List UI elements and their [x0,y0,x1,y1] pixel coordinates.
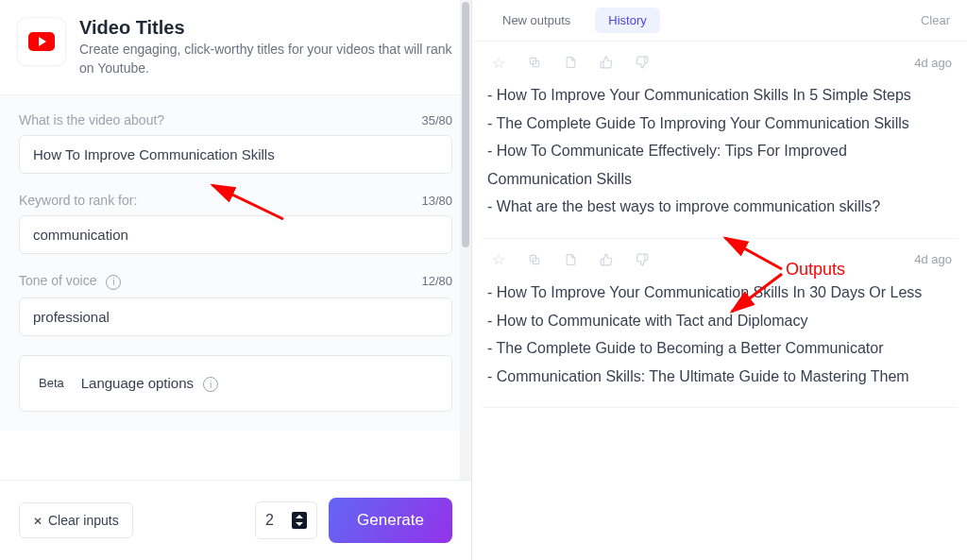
tone-label: Tone of voice i [19,273,121,290]
keyword-counter: 13/80 [421,194,452,208]
output-timestamp: 4d ago [914,56,952,70]
output-tabs: New outputs History Clear [472,0,967,42]
template-header: Video Titles Create engaging, click-wort… [0,0,471,95]
scrollbar[interactable] [460,0,471,480]
tone-counter: 12/80 [421,274,452,288]
clear-inputs-button[interactable]: Clear inputs [19,502,133,538]
results-list: ☆ 4d ago - How To Improve Your Communica… [472,42,967,417]
about-label: What is the video about? [19,112,164,127]
about-counter: 35/80 [421,113,452,127]
clear-outputs-button[interactable]: Clear [921,13,950,27]
page-subtitle: Create engaging, click-worthy titles for… [79,41,452,77]
right-panel: New outputs History Clear ☆ 4d ago [472,0,967,560]
close-icon [33,513,42,528]
about-input[interactable] [19,135,452,174]
output-card: ☆ 4d ago - How To Improve Your Communica… [482,239,958,408]
keyword-input[interactable] [19,215,452,254]
count-value: 2 [265,512,277,529]
form-scroll: Video Titles Create engaging, click-wort… [0,0,471,480]
language-options[interactable]: Beta Language options i [19,355,452,413]
tab-history[interactable]: History [595,8,659,33]
generate-button[interactable]: Generate [329,498,452,543]
field-tone: Tone of voice i 12/80 [19,273,452,336]
copy-icon[interactable] [527,252,542,267]
output-card: ☆ 4d ago - How To Improve Your Communica… [482,42,958,239]
output-timestamp: 4d ago [914,252,952,266]
output-count-stepper[interactable]: 2 [255,501,317,539]
thumbs-up-icon[interactable] [599,252,614,267]
keyword-label: Keyword to rank for: [19,193,137,208]
field-about: What is the video about? 35/80 [19,112,452,174]
input-form: What is the video about? 35/80 Keyword t… [0,95,471,431]
language-label: Language options i [81,375,218,393]
thumbs-down-icon[interactable] [635,252,650,267]
star-icon[interactable]: ☆ [491,252,506,267]
thumbs-down-icon[interactable] [635,55,650,70]
info-icon[interactable]: i [106,275,121,290]
doc-icon[interactable] [563,252,578,267]
tone-input[interactable] [19,297,452,336]
footer-bar: Clear inputs 2 Generate [0,480,471,560]
star-icon[interactable]: ☆ [491,55,506,70]
stepper-icon[interactable] [292,512,307,529]
page-title: Video Titles [79,17,452,39]
doc-icon[interactable] [563,55,578,70]
youtube-icon [17,17,66,66]
info-icon[interactable]: i [203,377,218,392]
beta-badge: Beta [39,376,64,390]
thumbs-up-icon[interactable] [599,55,614,70]
left-panel: Video Titles Create engaging, click-wort… [0,0,472,560]
output-text: - How To Improve Your Communication Skil… [487,275,952,390]
field-keyword: Keyword to rank for: 13/80 [19,193,452,254]
copy-icon[interactable] [527,55,542,70]
output-text: - How To Improve Your Communication Skil… [487,77,952,221]
tab-new-outputs[interactable]: New outputs [489,8,584,33]
